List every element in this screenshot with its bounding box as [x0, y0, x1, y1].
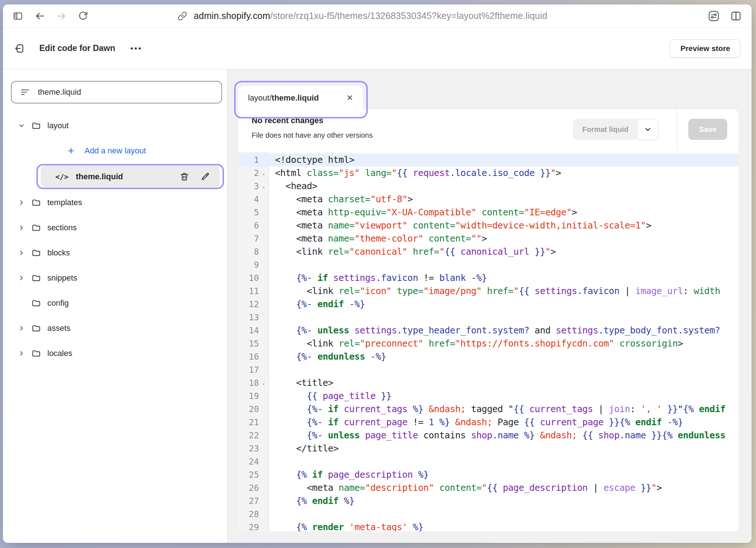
code-line[interactable]: 18⌄ <title> [239, 376, 739, 390]
code-line[interactable]: 3⌄ <head> [239, 180, 739, 193]
code-line[interactable]: 8 <link rel="canonical" href="{{ canonic… [239, 245, 739, 258]
chevron-right-icon[interactable] [18, 325, 25, 332]
code-line[interactable]: 22 {%- unless page_title contains shop.n… [239, 429, 739, 442]
chevron-right-icon[interactable] [18, 274, 25, 282]
annotation-highlight-ring [234, 81, 368, 118]
sidebar-item-layout[interactable]: layout [3, 113, 227, 138]
chevron-right-icon[interactable] [18, 199, 25, 206]
line-number: 20 [239, 403, 259, 416]
folder-label: layout [47, 121, 69, 130]
sidebar-item-snippets[interactable]: snippets [3, 265, 227, 290]
code-line[interactable]: 7 <meta name="theme-color" content=""> [239, 232, 739, 245]
code-line-text: <meta charset="utf-8"> [269, 193, 739, 206]
code-editor[interactable]: 1<!doctype html>2⌄<html class="js" lang=… [239, 152, 739, 531]
code-line[interactable]: 12 {%- endif -%} [239, 298, 739, 311]
selected-file-row[interactable]: </> theme.liquid [41, 166, 220, 187]
code-line[interactable]: 2⌄<html class="js" lang="{{ request.loca… [239, 167, 739, 180]
code-line-text: {%- unless settings.type_header_font.sys… [269, 324, 739, 337]
code-line[interactable]: 24 [239, 455, 739, 468]
line-number: 27 [239, 494, 259, 508]
code-line[interactable]: 27 {% endif %} [239, 494, 739, 508]
line-number: 9 [239, 258, 259, 271]
save-button[interactable]: Save [688, 119, 727, 140]
code-line[interactable]: 19 {{ page_title }} [239, 390, 739, 403]
code-line[interactable]: 6 <meta name="viewport" content="width=d… [239, 219, 739, 232]
code-line[interactable]: 23 </title> [239, 442, 739, 455]
sidebar-toggle-icon[interactable] [12, 11, 23, 21]
code-line-text: {%- if settings.favicon != blank -%} [269, 271, 739, 285]
sidebar-item-blocks[interactable]: blocks [3, 240, 227, 265]
line-number: 19 [239, 390, 259, 403]
code-line[interactable]: 25 {% if page_description %} [239, 468, 739, 481]
line-number: 25 [239, 468, 259, 481]
line-number: 23 [239, 442, 259, 455]
line-number: 17 [239, 363, 259, 376]
code-line-text: <link rel="canonical" href="{{ canonical… [269, 245, 739, 258]
folder-icon [31, 348, 41, 358]
line-number: 10 [239, 271, 259, 285]
code-line[interactable]: 11 <link rel="icon" type="image/png" hre… [239, 285, 739, 298]
address-bar[interactable]: admin.shopify.com/store/rzq1xu-f5/themes… [178, 11, 547, 21]
split-view-icon[interactable] [730, 10, 742, 22]
reload-icon[interactable] [78, 11, 88, 21]
fold-chevron-icon[interactable]: ⌄ [259, 167, 268, 180]
code-line[interactable]: 28 [239, 508, 739, 521]
chevron-right-icon[interactable] [18, 249, 25, 257]
exit-icon[interactable] [14, 43, 25, 54]
code-lines: 1<!doctype html>2⌄<html class="js" lang=… [239, 153, 739, 531]
sidebar-item-sections[interactable]: sections [3, 215, 227, 240]
chevron-right-icon[interactable] [18, 350, 25, 357]
forward-icon[interactable] [56, 11, 67, 21]
more-actions-button[interactable]: ••• [130, 44, 142, 53]
line-number: 18 [239, 376, 259, 390]
folder-icon [31, 273, 41, 283]
folder-icon [31, 298, 41, 308]
code-line[interactable]: 9 [239, 258, 739, 271]
add-layout-label: Add a new layout [84, 146, 146, 156]
code-line[interactable]: 5 <meta http-equiv="X-UA-Compatible" con… [239, 206, 739, 219]
folder-label: locales [47, 349, 72, 358]
fold-chevron-icon[interactable]: ⌄ [259, 376, 268, 390]
sidebar-item-config[interactable]: config [3, 290, 227, 316]
page-title: Edit code for Dawn [39, 43, 115, 53]
preview-store-button[interactable]: Preview store [670, 39, 741, 58]
add-new-layout-link[interactable]: + Add a new layout [3, 138, 227, 163]
line-number: 21 [239, 416, 259, 429]
fold-chevron-icon[interactable]: ⌄ [259, 180, 268, 193]
status-subtitle: File does not have any other versions [252, 131, 373, 140]
code-line-text: {{ page_title }} [269, 390, 739, 403]
file-search-input[interactable]: theme.liquid [11, 81, 222, 103]
sidebar-item-locales[interactable]: locales [3, 341, 227, 366]
code-line-text: </title> [269, 442, 739, 455]
code-line[interactable]: 16 {%- endunless -%} [239, 350, 739, 363]
chevron-down-icon[interactable] [18, 122, 25, 129]
chevron-right-icon[interactable] [18, 224, 25, 231]
code-line[interactable]: 17 [239, 363, 739, 376]
line-number: 7 [239, 232, 259, 245]
code-line-text [269, 363, 739, 376]
code-line[interactable]: 10 {%- if settings.favicon != blank -%} [239, 271, 739, 285]
browser-settings-icon[interactable] [707, 9, 720, 23]
back-icon[interactable] [34, 11, 45, 21]
code-line[interactable]: 1<!doctype html> [239, 153, 739, 167]
code-line[interactable]: 4 <meta charset="utf-8"> [239, 193, 739, 206]
code-line[interactable]: 13 [239, 311, 739, 324]
format-options-dropdown[interactable] [638, 119, 658, 140]
rename-file-icon[interactable] [200, 172, 210, 181]
delete-file-icon[interactable] [180, 172, 189, 181]
code-line-text: {%- if current_page != 1 %} &ndash; Page… [269, 416, 739, 429]
line-number: 5 [239, 206, 259, 219]
code-line[interactable]: 29 {% render 'meta-tags' %} [239, 521, 739, 531]
sidebar-item-templates[interactable]: templates [3, 190, 227, 215]
format-liquid-button[interactable]: Format liquid [573, 119, 638, 140]
sidebar-item-theme-liquid[interactable]: </> theme.liquid [3, 163, 227, 190]
code-line[interactable]: 15 <link rel="preconnect" href="https://… [239, 337, 739, 350]
code-line[interactable]: 14 {%- unless settings.type_header_font.… [239, 324, 739, 337]
line-number: 4 [239, 193, 259, 206]
sidebar-item-assets[interactable]: assets [3, 316, 227, 341]
code-line[interactable]: 26 <meta name="description" content="{{ … [239, 481, 739, 494]
code-line-text: <link rel="preconnect" href="https://fon… [269, 337, 739, 350]
code-line[interactable]: 20 {%- if current_tags %} &ndash; tagged… [239, 403, 739, 416]
code-line[interactable]: 21 {%- if current_page != 1 %} &ndash; P… [239, 416, 739, 429]
url-host: admin.shopify.com [194, 11, 270, 21]
